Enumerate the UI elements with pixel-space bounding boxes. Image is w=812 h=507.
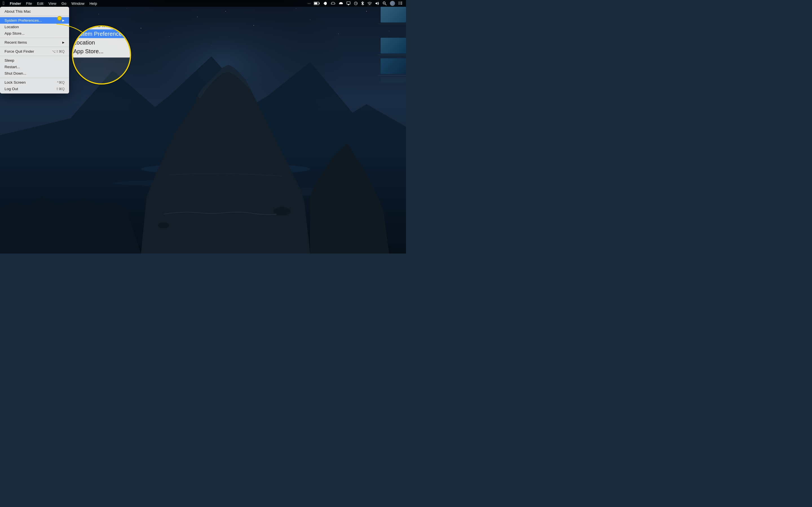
svg-point-12 (225, 11, 226, 11)
menu-item-lock-screen[interactable]: Lock Screen ^⌘Q (0, 79, 69, 86)
svg-rect-26 (314, 3, 317, 4)
menu-item-force-quit[interactable]: Force Quit Finder ⌥⇧⌘Q (0, 48, 69, 55)
menubar-icloud-icon[interactable] (337, 0, 345, 7)
thumb-divider-3 (378, 75, 406, 75)
menu-item-app-store[interactable]: App Store... (0, 30, 69, 37)
svg-rect-25 (319, 3, 320, 4)
menubar-help[interactable]: Help (87, 0, 100, 7)
right-thumbnails-panel (378, 7, 406, 83)
svg-marker-32 (347, 4, 350, 5)
menu-item-sleep[interactable]: Sleep (0, 57, 69, 64)
svg-point-11 (126, 8, 127, 8)
svg-rect-42 (400, 4, 402, 5)
menubar-window[interactable]: Window (69, 0, 87, 7)
menu-separator-4 (0, 56, 69, 56)
zoom-appstore-label: App Store... (72, 47, 131, 55)
zoom-sysprefs-label: System Preferences... (72, 29, 131, 38)
menubar-finder[interactable]: Finder (7, 0, 24, 7)
arrow-icon: ▶ (62, 19, 64, 22)
submenu-arrow-icon: ▶ (62, 41, 64, 44)
menu-item-shut-down[interactable]: Shut Down... (0, 70, 69, 76)
menubar-timemachine-icon[interactable] (352, 0, 359, 7)
search-icon (383, 1, 387, 5)
svg-marker-35 (375, 2, 377, 5)
menubar-user-icon[interactable] (389, 0, 396, 7)
menubar-creative-cloud-icon[interactable] (329, 0, 337, 7)
menubar-battery-icon[interactable] (312, 0, 321, 7)
menubar-right: ··· (306, 0, 406, 7)
menubar-extras-icon[interactable]: ··· (306, 0, 312, 7)
svg-rect-31 (347, 2, 350, 4)
menubar-wifi-icon[interactable] (366, 0, 373, 7)
force-quit-shortcut: ⌥⇧⌘Q (52, 50, 64, 54)
svg-point-13 (296, 8, 296, 8)
menubar-dropbox-icon[interactable] (322, 0, 329, 7)
svg-point-4 (141, 28, 141, 29)
zoom-annotation-circle: Finder About This Mac System Preferences… (72, 25, 131, 84)
apple-menu-button[interactable]:  (0, 0, 7, 7)
thumbnail-4 (380, 77, 406, 83)
svg-point-6 (253, 25, 254, 25)
menubar-go[interactable]: Go (59, 0, 69, 7)
menubar:  Finder File Edit View Go Window Help ·… (0, 0, 406, 7)
svg-rect-38 (399, 3, 400, 4)
menu-item-location[interactable]: Location (0, 24, 69, 30)
menubar-bluetooth-icon[interactable] (360, 0, 365, 7)
svg-point-34 (369, 5, 370, 5)
menubar-airplay-icon[interactable] (345, 0, 352, 7)
annotation-dot (57, 16, 62, 20)
svg-point-16 (70, 48, 71, 48)
svg-point-15 (169, 36, 169, 37)
svg-point-14 (338, 34, 339, 34)
zoom-location-label: Location (72, 38, 131, 47)
menubar-notification-icon[interactable] (397, 0, 404, 7)
svg-point-23 (158, 223, 169, 228)
apple-logo-icon:  (3, 1, 4, 6)
svg-point-5 (197, 17, 198, 17)
menubar-edit[interactable]: Edit (35, 0, 46, 7)
thumb-divider-2 (378, 55, 406, 55)
zoom-menu-content: Finder About This Mac System Preferences… (72, 25, 131, 57)
svg-point-3 (98, 14, 99, 14)
svg-rect-39 (399, 4, 400, 5)
svg-rect-37 (399, 2, 400, 3)
svg-rect-40 (400, 2, 402, 3)
menubar-left:  Finder File Edit View Go Window Help (0, 0, 100, 7)
svg-rect-41 (400, 3, 402, 4)
menubar-volume-icon[interactable] (374, 0, 380, 7)
menu-item-about[interactable]: About This Mac (0, 8, 69, 15)
menubar-search-button[interactable] (381, 0, 388, 7)
svg-point-7 (310, 19, 310, 20)
menu-item-recent-items[interactable]: Recent Items ▶ (0, 39, 69, 46)
menubar-file[interactable]: File (24, 0, 35, 7)
thumbnail-3 (380, 58, 406, 74)
thumbnail-1 (380, 7, 406, 22)
lock-screen-shortcut: ^⌘Q (57, 80, 64, 84)
menu-item-restart[interactable]: Restart... (0, 64, 69, 70)
menu-item-log-out[interactable]: Log Out ⇧⌘Q (0, 86, 69, 92)
notification-center-icon (398, 1, 402, 5)
menu-separator-5 (0, 78, 69, 78)
menubar-view[interactable]: View (46, 0, 59, 7)
menu-separator-3 (0, 47, 69, 47)
svg-point-8 (366, 11, 367, 11)
log-out-shortcut: ⇧⌘Q (56, 87, 64, 91)
thumbnail-2 (380, 38, 406, 54)
